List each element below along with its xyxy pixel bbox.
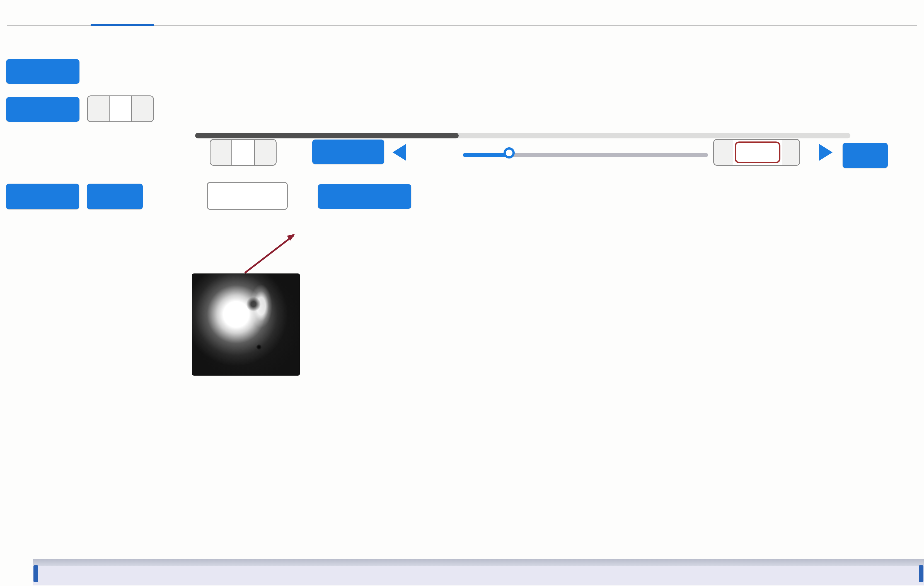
overview-left-handle[interactable] xyxy=(33,565,38,582)
row-number-value[interactable] xyxy=(109,96,132,121)
ai-gasnet-button[interactable] xyxy=(6,184,79,209)
table-scrollbar-track[interactable] xyxy=(195,133,850,138)
overview-right-handle[interactable] xyxy=(919,565,924,582)
ai-class-button[interactable] xyxy=(87,184,143,209)
redshift-slider-knob[interactable] xyxy=(503,147,515,159)
type-input[interactable] xyxy=(207,182,288,210)
denoise-value[interactable] xyxy=(231,140,255,165)
redshift-step-left-icon[interactable] xyxy=(393,144,406,161)
denoise-stepper xyxy=(210,139,277,166)
galaxy-thumbnail-image xyxy=(192,273,300,376)
denoise-minus-button[interactable] xyxy=(211,140,231,165)
prev-record-button[interactable] xyxy=(6,59,79,84)
spectral-visualization-app xyxy=(0,0,924,586)
redshift-plus-button[interactable] xyxy=(782,140,799,165)
redshift-step-right-icon[interactable] xyxy=(819,144,833,161)
redshift-slider[interactable] xyxy=(463,153,708,157)
spectrum-chart xyxy=(0,229,924,556)
row-plus-button[interactable] xyxy=(132,96,153,121)
wavelength-overview-strip[interactable] xyxy=(33,559,924,586)
table-scrollbar-thumb[interactable] xyxy=(195,133,459,138)
denoise-plus-button[interactable] xyxy=(255,140,276,165)
options-checkbox-row xyxy=(0,36,924,53)
research-mark-button[interactable] xyxy=(318,184,411,209)
hst-annotation-arrow xyxy=(234,226,307,278)
row-minus-button[interactable] xyxy=(88,96,109,121)
spectral-line-button[interactable] xyxy=(312,139,384,164)
redshift-value-stepper xyxy=(713,139,800,166)
overview-mini-spectrum xyxy=(33,566,924,586)
redshift-minus-button[interactable] xyxy=(714,140,733,165)
active-tab-underline xyxy=(91,24,154,26)
redshift-value-input[interactable] xyxy=(735,141,780,163)
overview-top-band xyxy=(33,559,924,566)
row-number-stepper xyxy=(87,96,154,122)
next-record-button[interactable] xyxy=(6,97,79,122)
torv-button[interactable] xyxy=(843,143,888,168)
